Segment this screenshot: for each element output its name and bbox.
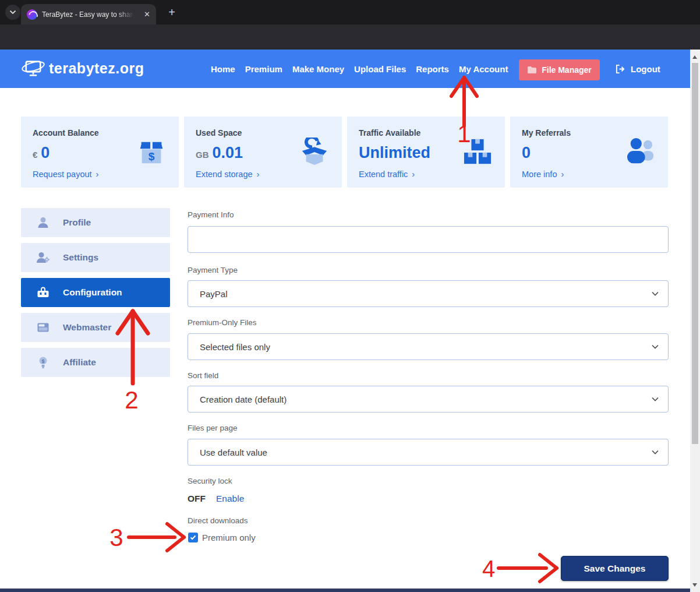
scroll-down-arrow-icon[interactable] bbox=[692, 583, 697, 589]
currency-prefix: € bbox=[33, 150, 37, 160]
premium-only-checkbox[interactable] bbox=[188, 533, 198, 542]
site-header: terabytez.org Home Premium Make Money Up… bbox=[0, 50, 690, 88]
referrals-people-icon bbox=[625, 138, 656, 167]
annotation-number-2: 2 bbox=[125, 386, 138, 414]
file-manager-label: File Manager bbox=[542, 65, 592, 75]
security-lock-enable-link[interactable]: Enable bbox=[216, 494, 244, 504]
user-icon bbox=[36, 216, 50, 230]
card-used-space: Used Space GB0.01 Extend storage› bbox=[184, 117, 342, 188]
sidebar-item-webmaster[interactable]: Webmaster bbox=[21, 313, 170, 342]
more-info-link[interactable]: More info› bbox=[522, 169, 564, 179]
request-payout-link[interactable]: Request payout› bbox=[33, 169, 99, 179]
card-my-referrals: My Referrals 0 More info› bbox=[510, 117, 668, 188]
card-account-balance: Account Balance €0 Request payout› $ bbox=[21, 117, 179, 188]
footer-strip bbox=[0, 589, 695, 592]
sidebar-item-profile[interactable]: Profile bbox=[21, 208, 170, 237]
payment-type-label: Payment Type bbox=[188, 266, 238, 274]
premium-only-label[interactable]: Premium only bbox=[202, 533, 256, 542]
svg-text:$: $ bbox=[41, 358, 44, 364]
user-gear-icon bbox=[36, 251, 50, 265]
unit-prefix: GB bbox=[196, 150, 209, 160]
sidebar-item-settings[interactable]: Settings bbox=[21, 243, 170, 272]
referrals-value: 0 bbox=[522, 145, 531, 161]
site-favicon-icon bbox=[27, 9, 37, 20]
page-scrollbar[interactable] bbox=[690, 50, 700, 592]
annotation-arrow-4 bbox=[499, 555, 557, 582]
cash-box-icon: $ bbox=[136, 138, 167, 167]
tab-close-icon[interactable]: ✕ bbox=[144, 10, 150, 19]
used-space-value: 0.01 bbox=[213, 145, 243, 161]
card-title: Account Balance bbox=[33, 128, 167, 138]
chevron-right-icon: › bbox=[412, 169, 415, 179]
bulb-dollar-icon: $ bbox=[36, 355, 50, 369]
nav-upload-files[interactable]: Upload Files bbox=[354, 64, 406, 74]
payment-type-value: PayPal bbox=[200, 289, 228, 299]
extend-traffic-link[interactable]: Extend traffic› bbox=[359, 169, 415, 179]
scroll-up-arrow-icon[interactable] bbox=[692, 53, 697, 59]
annotation-number-4: 4 bbox=[482, 556, 495, 582]
chevron-right-icon: › bbox=[561, 169, 564, 179]
main-nav: Home Premium Make Money Upload Files Rep… bbox=[211, 50, 508, 88]
tab-search-button[interactable] bbox=[5, 5, 20, 20]
logout-icon bbox=[615, 64, 626, 74]
checkmark-icon bbox=[190, 535, 196, 540]
logout-button[interactable]: Logout bbox=[615, 50, 660, 88]
browser-tab[interactable]: TeraBytez - Easy way to share y ✕ bbox=[21, 4, 156, 24]
logout-label: Logout bbox=[631, 64, 660, 74]
open-box-icon bbox=[299, 138, 330, 167]
new-tab-button[interactable]: + bbox=[164, 5, 179, 20]
sort-field-select[interactable]: Creation date (default) bbox=[188, 386, 669, 413]
sidebar-item-configuration[interactable]: Configuration bbox=[21, 278, 170, 307]
card-traffic-available: Traffic Available Unlimited Extend traff… bbox=[347, 117, 505, 188]
browser-toolbar: terabytez.org/account/ ☆ {} A ⋮ bbox=[0, 24, 700, 50]
chevron-down-icon bbox=[652, 397, 659, 401]
scrollbar-thumb[interactable] bbox=[692, 63, 698, 444]
payment-info-input[interactable] bbox=[188, 226, 669, 253]
account-menu: Profile Settings Configuration Webmaster… bbox=[21, 208, 170, 383]
card-title: My Referrals bbox=[522, 128, 656, 138]
brand-name: terabytez.org bbox=[49, 60, 144, 77]
save-changes-button[interactable]: Save Changes bbox=[561, 556, 669, 581]
chevron-down-icon bbox=[652, 291, 659, 296]
card-title: Traffic Available bbox=[359, 128, 493, 138]
sidebar-label: Settings bbox=[63, 252, 98, 263]
file-manager-button[interactable]: File Manager bbox=[519, 59, 600, 80]
security-lock-status: OFF bbox=[188, 494, 206, 504]
payment-info-label: Payment Info bbox=[188, 210, 234, 219]
stacked-boxes-icon bbox=[462, 138, 493, 167]
stats-row: Account Balance €0 Request payout› $ Use… bbox=[21, 117, 668, 188]
chevron-down-icon bbox=[9, 10, 16, 15]
site-logo[interactable]: terabytez.org bbox=[21, 58, 144, 79]
premium-files-value: Selected files only bbox=[200, 342, 270, 352]
sidebar-label: Profile bbox=[63, 217, 91, 228]
browser-window-icon bbox=[36, 320, 50, 334]
nav-make-money[interactable]: Make Money bbox=[292, 64, 344, 74]
tab-title: TeraBytez - Easy way to share y bbox=[42, 10, 134, 19]
security-lock-label: Security lock bbox=[188, 477, 232, 485]
premium-files-select[interactable]: Selected files only bbox=[188, 333, 669, 360]
premium-files-label: Premium-Only Files bbox=[188, 318, 257, 327]
chevron-right-icon: › bbox=[96, 169, 99, 179]
nav-reports[interactable]: Reports bbox=[416, 64, 449, 74]
chevron-down-icon bbox=[652, 344, 659, 349]
folder-icon bbox=[527, 66, 537, 74]
nav-premium[interactable]: Premium bbox=[245, 64, 282, 74]
files-per-page-value: Use default value bbox=[200, 447, 267, 457]
files-per-page-select[interactable]: Use default value bbox=[188, 439, 669, 466]
sidebar-item-affiliate[interactable]: $ Affiliate bbox=[21, 348, 170, 377]
nav-my-account[interactable]: My Account bbox=[459, 64, 508, 74]
balance-value: 0 bbox=[41, 145, 50, 161]
toolbox-icon bbox=[36, 286, 50, 299]
files-per-page-label: Files per page bbox=[188, 424, 238, 432]
svg-text:$: $ bbox=[149, 150, 155, 163]
sidebar-label: Configuration bbox=[63, 287, 122, 298]
tab-strip: TeraBytez - Easy way to share y ✕ + bbox=[0, 0, 700, 24]
chevron-right-icon: › bbox=[257, 169, 260, 179]
extend-storage-link[interactable]: Extend storage› bbox=[196, 169, 260, 179]
annotation-number-3: 3 bbox=[109, 524, 123, 551]
annotation-arrow-3 bbox=[129, 524, 184, 551]
card-title: Used Space bbox=[196, 128, 330, 138]
chevron-down-icon bbox=[652, 450, 659, 454]
nav-home[interactable]: Home bbox=[211, 64, 235, 74]
payment-type-select[interactable]: PayPal bbox=[188, 280, 669, 307]
